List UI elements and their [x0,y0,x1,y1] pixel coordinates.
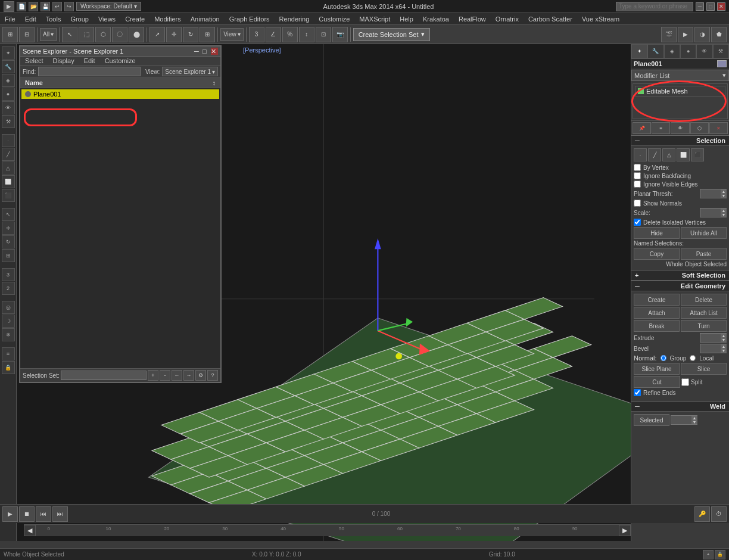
create-selection-btn[interactable]: Create Selection Set ▾ [353,28,430,41]
snap-3d-btn[interactable]: 3 [2,268,15,281]
menu-file[interactable]: File [0,13,20,24]
activeshade-btn[interactable]: ◑ [694,27,710,42]
scale-down[interactable]: ▼ [721,213,727,217]
se-help-btn[interactable]: ? [207,370,218,381]
menu-maxscript[interactable]: MAXScript [354,13,395,24]
split-checkbox[interactable] [681,378,689,386]
se-del-btn[interactable]: - [160,370,170,381]
save-btn[interactable]: 💾 [40,2,50,11]
lock-btn[interactable]: 🔒 [2,361,15,374]
minimize-btn[interactable]: ─ [696,2,704,11]
show-all-btn[interactable]: ≡ [652,122,670,134]
extrude-up[interactable]: ▲ [721,334,727,338]
modifier-item-editable-mesh[interactable]: Editable Mesh [635,86,725,97]
select-lasso-btn[interactable]: 〇 [112,27,127,42]
se-selset-input[interactable] [61,371,147,380]
rotate-transform-btn[interactable]: ↻ [2,235,15,248]
planar-thresh-spinner[interactable]: 45.0 ▲ ▼ [700,189,727,198]
scale-spinner[interactable]: 20.0 ▲ ▼ [700,208,727,217]
new-btn[interactable]: 📄 [17,2,26,11]
obj-color-swatch[interactable] [717,60,727,67]
poly-icon[interactable]: ⬜ [677,148,690,161]
hierarchy-panel-btn[interactable]: ◈ [2,74,15,87]
stop-btn[interactable]: ⏹ [19,506,35,522]
attach-btn[interactable]: Attach [634,307,680,319]
create-btn[interactable]: Create [634,294,680,306]
element-mode-btn[interactable]: ⬛ [2,189,15,202]
cut-btn[interactable]: Cut [634,376,680,388]
move-btn[interactable]: ✛ [166,27,182,42]
next-frame-btn[interactable]: ⏭ [52,506,68,522]
tab-display[interactable]: 👁 [696,44,712,58]
vertex-icon[interactable]: · [634,148,647,161]
viewport-dropdown[interactable]: View ▾ [220,28,244,41]
display-panel-btn[interactable]: 👁 [2,101,15,114]
menu-customize[interactable]: Customize [314,13,354,24]
modifier-check[interactable] [638,88,644,94]
tab-motion[interactable]: ● [680,44,696,58]
menu-tools[interactable]: Tools [41,13,66,24]
timeline-prev-btn[interactable]: ◀ [24,525,36,536]
timeline-bar[interactable]: 0 10 20 30 40 50 60 70 80 90 [36,525,619,536]
snap-2d-btn[interactable]: 2 [2,282,15,295]
maximize-btn[interactable]: □ [706,2,715,11]
lock-selection-btn[interactable]: 🔒 [715,550,725,559]
paste-btn[interactable]: Paste [681,248,727,260]
weld-value-spinner[interactable]: 0.1 ▲ ▼ [671,415,697,425]
menu-rendering[interactable]: Rendering [275,13,314,24]
se-content[interactable]: Plane001 [20,88,220,368]
ignore-backfacing-checkbox[interactable] [634,172,641,179]
select-region-btn[interactable]: ⬚ [79,27,94,42]
show-normals-checkbox[interactable] [634,200,641,207]
edge-icon[interactable]: ╱ [648,148,661,161]
menu-realflow[interactable]: RealFlow [454,13,491,24]
slice-btn[interactable]: Slice [681,363,727,375]
weld-section-header[interactable]: ─ Weld [631,401,729,412]
face-mode-btn[interactable]: △ [2,161,15,175]
se-new-btn[interactable]: + [148,370,158,381]
se-maximize-btn[interactable]: □ [202,48,210,55]
se-put-btn[interactable]: → [183,370,194,381]
refine-ends-checkbox[interactable] [634,389,641,396]
menu-help[interactable]: Help [395,13,418,24]
delete-modifier-btn[interactable]: ✕ [709,122,728,134]
freeze-btn[interactable]: ❄ [2,328,15,341]
render-btn[interactable]: ▶ [678,27,693,42]
isolate-btn[interactable]: ◎ [2,301,15,314]
menu-views[interactable]: Views [94,13,120,24]
timeline-next-btn[interactable]: ▶ [619,525,631,536]
planar-thresh-down[interactable]: ▼ [721,194,727,198]
tab-modify[interactable]: 🔧 [647,44,663,58]
render-setup-btn[interactable]: 🎬 [661,27,677,42]
extrude-down[interactable]: ▼ [721,338,727,342]
soft-selection-header[interactable]: + Soft Selection [631,270,729,281]
vertex-mode-btn[interactable]: · [2,134,15,147]
planar-thresh-input[interactable]: 45.0 [702,191,721,197]
normal-group-radio[interactable] [661,355,666,361]
search-input[interactable] [616,2,693,11]
rotate-btn[interactable]: ↻ [183,27,198,42]
menu-graph-editors[interactable]: Graph Editors [225,13,275,24]
delete-btn[interactable]: Delete [681,294,727,306]
weld-down[interactable]: ▼ [691,420,697,424]
planar-thresh-up[interactable]: ▲ [721,189,727,194]
align-btn[interactable]: ⊡ [316,27,331,42]
extrude-spinner[interactable]: 0.0 ▲ ▼ [700,333,727,343]
select-fence-btn[interactable]: ⬡ [95,27,111,42]
layer-manager-btn[interactable]: ≡ [2,347,15,360]
scale-btn[interactable]: ⊞ [200,27,215,42]
select-btn[interactable]: ↖ [62,27,77,42]
elem-icon[interactable]: ⬛ [691,148,704,161]
bevel-spinner[interactable]: 0.0 ▲ ▼ [700,344,727,353]
snap-spinner[interactable]: ↕ [299,27,314,42]
menu-create[interactable]: Create [120,13,149,24]
select-paint-btn[interactable]: ⬤ [129,27,144,42]
scale-up[interactable]: ▲ [721,209,727,213]
selected-btn[interactable]: Selected [634,414,669,426]
normal-local-radio[interactable] [690,355,696,361]
polygon-mode-btn[interactable]: ⬜ [2,175,15,188]
menu-krakatoa[interactable]: Krakatoa [418,13,454,24]
modifier-list-dropdown[interactable]: Modifier List ▾ [631,70,729,81]
se-menu-display[interactable]: Display [48,57,79,65]
menu-vue-xstream[interactable]: Vue xStream [577,13,624,24]
